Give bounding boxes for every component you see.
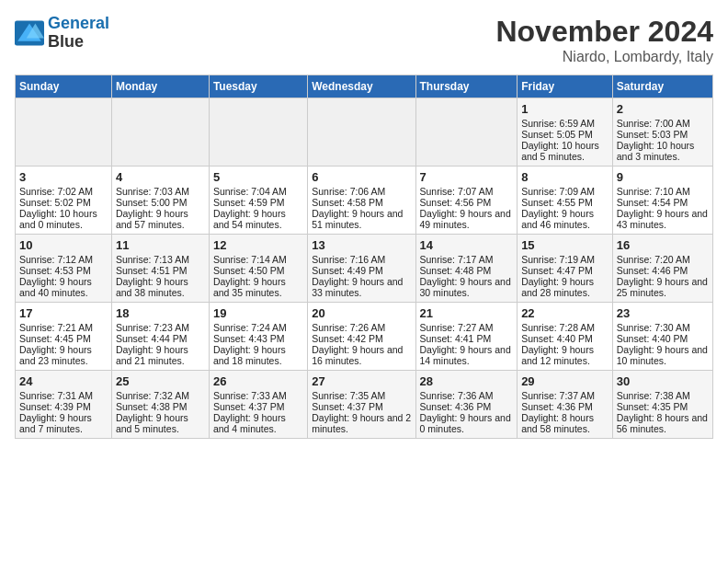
calendar-cell: 25Sunrise: 7:32 AMSunset: 4:38 PMDayligh… — [111, 371, 209, 439]
day-info: Daylight: 8 hours and 56 minutes. — [617, 412, 709, 434]
day-info: Sunrise: 7:21 AM — [19, 322, 108, 333]
day-info: Sunset: 4:37 PM — [213, 401, 303, 412]
day-info: Sunrise: 7:26 AM — [312, 322, 411, 333]
calendar-cell — [308, 98, 415, 167]
day-info: Sunrise: 7:32 AM — [116, 390, 205, 401]
day-info: Daylight: 9 hours and 35 minutes. — [213, 276, 303, 298]
day-info: Sunrise: 7:38 AM — [617, 390, 709, 401]
day-number: 3 — [19, 170, 108, 184]
day-info: Daylight: 9 hours and 28 minutes. — [521, 276, 609, 298]
day-info: Sunset: 4:49 PM — [312, 265, 411, 276]
day-info: Sunset: 4:59 PM — [213, 197, 303, 208]
weekday-header: Saturday — [612, 75, 712, 98]
calendar-cell: 29Sunrise: 7:37 AMSunset: 4:36 PMDayligh… — [518, 371, 613, 439]
day-number: 8 — [521, 170, 609, 184]
calendar-week-row: 1Sunrise: 6:59 AMSunset: 5:05 PMDaylight… — [16, 98, 713, 167]
day-info: Daylight: 8 hours and 58 minutes. — [521, 412, 609, 434]
day-number: 30 — [617, 374, 709, 388]
day-info: Sunset: 4:40 PM — [617, 333, 709, 344]
calendar-cell: 18Sunrise: 7:23 AMSunset: 4:44 PMDayligh… — [111, 303, 209, 371]
day-info: Sunset: 4:56 PM — [420, 197, 514, 208]
day-number: 24 — [19, 374, 108, 388]
day-info: Sunrise: 7:00 AM — [617, 118, 709, 129]
day-number: 4 — [116, 170, 205, 184]
month-year: November 2024 — [495, 15, 713, 49]
weekday-header: Thursday — [415, 75, 518, 98]
calendar-cell: 13Sunrise: 7:16 AMSunset: 4:49 PMDayligh… — [308, 235, 415, 303]
day-info: Daylight: 9 hours and 51 minutes. — [312, 208, 411, 230]
calendar-cell: 6Sunrise: 7:06 AMSunset: 4:58 PMDaylight… — [308, 167, 415, 235]
day-info: Sunrise: 7:10 AM — [617, 186, 709, 197]
day-info: Daylight: 9 hours and 4 minutes. — [213, 412, 303, 434]
logo-line1: General — [48, 14, 109, 32]
calendar-week-row: 17Sunrise: 7:21 AMSunset: 4:45 PMDayligh… — [16, 303, 713, 371]
day-info: Daylight: 9 hours and 23 minutes. — [19, 344, 108, 366]
day-info: Sunset: 4:35 PM — [617, 401, 709, 412]
weekday-header: Tuesday — [209, 75, 307, 98]
day-info: Daylight: 9 hours and 49 minutes. — [420, 208, 514, 230]
day-number: 16 — [617, 238, 709, 252]
day-info: Daylight: 9 hours and 25 minutes. — [617, 276, 709, 298]
logo-icon — [15, 20, 44, 46]
day-number: 18 — [116, 306, 205, 320]
day-info: Sunset: 4:51 PM — [116, 265, 205, 276]
day-info: Daylight: 9 hours and 33 minutes. — [312, 276, 411, 298]
day-number: 21 — [420, 306, 514, 320]
calendar-cell: 4Sunrise: 7:03 AMSunset: 5:00 PMDaylight… — [111, 167, 209, 235]
day-info: Sunset: 4:37 PM — [312, 401, 411, 412]
day-info: Sunset: 5:05 PM — [521, 129, 609, 140]
day-info: Sunrise: 7:35 AM — [312, 390, 411, 401]
day-info: Sunset: 4:53 PM — [19, 265, 108, 276]
calendar-cell: 23Sunrise: 7:30 AMSunset: 4:40 PMDayligh… — [612, 303, 712, 371]
day-info: Sunset: 4:36 PM — [521, 401, 609, 412]
day-number: 15 — [521, 238, 609, 252]
day-info: Sunset: 4:42 PM — [312, 333, 411, 344]
day-info: Sunset: 4:43 PM — [213, 333, 303, 344]
day-number: 27 — [312, 374, 411, 388]
day-number: 11 — [116, 238, 205, 252]
day-info: Sunset: 4:41 PM — [420, 333, 514, 344]
weekday-header: Wednesday — [308, 75, 415, 98]
day-info: Daylight: 9 hours and 43 minutes. — [617, 208, 709, 230]
day-info: Sunrise: 7:30 AM — [617, 322, 709, 333]
day-info: Sunset: 4:44 PM — [116, 333, 205, 344]
calendar-cell: 26Sunrise: 7:33 AMSunset: 4:37 PMDayligh… — [209, 371, 307, 439]
day-info: Sunset: 4:46 PM — [617, 265, 709, 276]
day-info: Sunset: 4:39 PM — [19, 401, 108, 412]
day-info: Sunrise: 7:27 AM — [420, 322, 514, 333]
calendar-cell — [415, 98, 518, 167]
day-info: Sunset: 4:36 PM — [420, 401, 514, 412]
calendar-week-row: 10Sunrise: 7:12 AMSunset: 4:53 PMDayligh… — [16, 235, 713, 303]
calendar-cell: 11Sunrise: 7:13 AMSunset: 4:51 PMDayligh… — [111, 235, 209, 303]
day-info: Sunrise: 7:13 AM — [116, 254, 205, 265]
day-info: Sunrise: 7:19 AM — [521, 254, 609, 265]
calendar-cell: 15Sunrise: 7:19 AMSunset: 4:47 PMDayligh… — [518, 235, 613, 303]
day-info: Sunset: 4:38 PM — [116, 401, 205, 412]
day-info: Daylight: 9 hours and 5 minutes. — [116, 412, 205, 434]
day-info: Daylight: 9 hours and 0 minutes. — [420, 412, 514, 434]
day-info: Daylight: 9 hours and 14 minutes. — [420, 344, 514, 366]
day-info: Daylight: 9 hours and 2 minutes. — [312, 412, 411, 434]
day-info: Daylight: 9 hours and 10 minutes. — [617, 344, 709, 366]
day-info: Sunrise: 7:09 AM — [521, 186, 609, 197]
day-number: 28 — [420, 374, 514, 388]
day-number: 29 — [521, 374, 609, 388]
day-number: 22 — [521, 306, 609, 320]
day-info: Sunrise: 7:24 AM — [213, 322, 303, 333]
day-info: Sunrise: 7:28 AM — [521, 322, 609, 333]
day-info: Sunrise: 7:31 AM — [19, 390, 108, 401]
day-info: Sunset: 5:03 PM — [617, 129, 709, 140]
calendar-cell: 5Sunrise: 7:04 AMSunset: 4:59 PMDaylight… — [209, 167, 307, 235]
calendar-cell: 17Sunrise: 7:21 AMSunset: 4:45 PMDayligh… — [16, 303, 112, 371]
calendar-cell — [111, 98, 209, 167]
logo: General Blue — [15, 15, 109, 52]
calendar-cell: 8Sunrise: 7:09 AMSunset: 4:55 PMDaylight… — [518, 167, 613, 235]
calendar-cell: 10Sunrise: 7:12 AMSunset: 4:53 PMDayligh… — [16, 235, 112, 303]
calendar-week-row: 24Sunrise: 7:31 AMSunset: 4:39 PMDayligh… — [16, 371, 713, 439]
day-info: Sunrise: 7:20 AM — [617, 254, 709, 265]
day-info: Sunrise: 7:07 AM — [420, 186, 514, 197]
calendar-cell: 7Sunrise: 7:07 AMSunset: 4:56 PMDaylight… — [415, 167, 518, 235]
day-number: 6 — [312, 170, 411, 184]
day-info: Daylight: 9 hours and 30 minutes. — [420, 276, 514, 298]
calendar-cell: 1Sunrise: 6:59 AMSunset: 5:05 PMDaylight… — [518, 98, 613, 167]
